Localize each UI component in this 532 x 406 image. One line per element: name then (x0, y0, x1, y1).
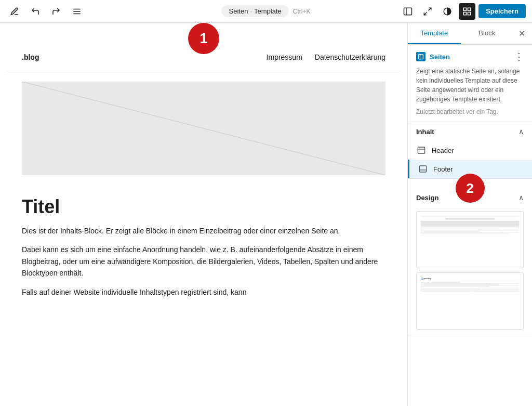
settings-button[interactable] (459, 3, 475, 20)
site-logo: .blog (22, 53, 39, 61)
header-label: Header (432, 147, 454, 154)
canvas-area: 1 .blog Impressum Datenschutzerklärung (0, 23, 407, 406)
svg-rect-11 (468, 12, 471, 15)
design-section: 2 Design ∧ (408, 179, 532, 334)
toolbar-left (6, 3, 85, 20)
image-placeholder (22, 82, 385, 175)
template-thumb-2[interactable]: G guten.blog ··· ··· (416, 272, 524, 330)
main-layout: 1 .blog Impressum Datenschutzerklärung (0, 23, 532, 406)
block-title: Seiten (430, 53, 450, 61)
svg-rect-9 (468, 8, 471, 10)
tab-template[interactable]: Template (408, 23, 461, 44)
page-icon (416, 52, 425, 61)
footer-icon (418, 164, 428, 174)
block-info: Seiten ⋮ Zeigt eine statische Seite an, … (408, 45, 532, 122)
svg-rect-3 (404, 8, 412, 15)
inhalt-section: Inhalt ∧ Header Footer (408, 122, 532, 179)
block-meta: Zuletzt bearbeitet vor ein Tag. (416, 108, 524, 115)
fullscreen-button[interactable] (419, 3, 436, 20)
keyboard-shortcut: Ctrl+K (293, 8, 311, 15)
contrast-button[interactable] (439, 3, 456, 20)
content-para-1: Dies ist der Inhalts-Block. Er zeigt all… (22, 225, 385, 237)
footer-label: Footer (433, 165, 453, 173)
inhalt-chevron: ∧ (518, 127, 524, 136)
nav-datenschutz[interactable]: Datenschutzerklärung (315, 53, 385, 61)
undo-icon[interactable] (27, 3, 44, 20)
toolbar-right: Speichern (400, 3, 526, 20)
tab-block[interactable]: Block (461, 23, 514, 44)
svg-rect-14 (419, 55, 423, 59)
sidebar-tabs: Template Block ✕ (408, 23, 532, 45)
canvas-inner: .blog Impressum Datenschutzerklärung Tit… (6, 44, 401, 336)
template-thumb-1[interactable] (416, 211, 524, 268)
svg-rect-8 (463, 8, 466, 10)
header-item[interactable]: Header (408, 141, 532, 160)
content-para-2: Dabei kann es sich um eine einfache Anor… (22, 244, 385, 279)
breadcrumb-template: Template (254, 7, 282, 15)
breadcrumb-area: Seiten · Template Ctrl+K (222, 5, 311, 17)
svg-rect-18 (419, 166, 426, 172)
svg-rect-16 (418, 147, 424, 153)
content-para-3: Falls auf deiner Website individuelle In… (22, 286, 385, 298)
template-thumbnails: G guten.blog ··· ··· (408, 207, 532, 334)
design-chevron: ∧ (518, 193, 524, 202)
block-info-title: Seiten (416, 52, 450, 61)
svg-line-5 (429, 8, 431, 10)
step-badge-2: 2 (456, 174, 485, 203)
block-info-header: Seiten ⋮ (416, 51, 524, 62)
breadcrumb-separator: · (250, 7, 252, 15)
design-section-title: Design (416, 194, 438, 202)
header-icon (416, 145, 427, 155)
save-button[interactable]: Speichern (478, 4, 526, 18)
svg-line-6 (424, 12, 427, 15)
site-nav: Impressum Datenschutzerklärung (267, 53, 385, 61)
content-title: Titel (22, 196, 385, 218)
content-area: Titel Dies ist der Inhalts-Block. Er zei… (6, 186, 401, 316)
breadcrumb-pages: Seiten (229, 7, 248, 15)
inhalt-section-title: Inhalt (416, 128, 434, 136)
toolbar: Seiten · Template Ctrl+K Speichern (0, 0, 532, 23)
nav-impressum[interactable]: Impressum (267, 53, 302, 61)
step-badge-container: 1 (0, 23, 407, 44)
block-description: Zeigt eine statische Seite an, solange k… (416, 67, 524, 104)
step-badge-1: 1 (188, 23, 219, 54)
svg-rect-10 (463, 12, 466, 15)
breadcrumb[interactable]: Seiten · Template (222, 5, 289, 17)
close-sidebar-button[interactable]: ✕ (513, 25, 530, 42)
view-button[interactable] (400, 3, 416, 20)
menu-icon[interactable] (69, 3, 85, 20)
sidebar: Template Block ✕ Seiten ⋮ Zeigt eine sta… (407, 23, 532, 406)
redo-icon[interactable] (48, 3, 64, 20)
more-options-icon[interactable]: ⋮ (514, 51, 524, 62)
pen-icon[interactable] (6, 3, 23, 20)
inhalt-section-header[interactable]: Inhalt ∧ (408, 122, 532, 141)
